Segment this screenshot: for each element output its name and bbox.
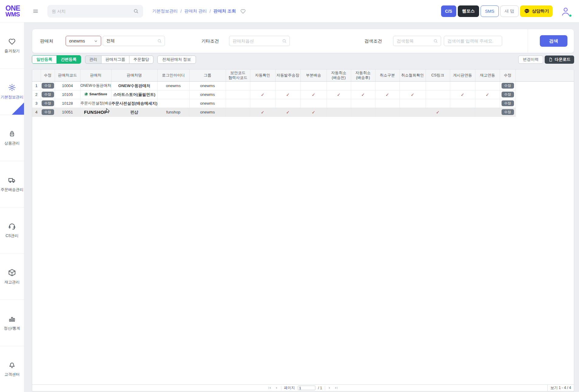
edit-button[interactable]: 수정 bbox=[502, 109, 514, 115]
vendor-table-card: 수정판매처코드판매처판매처명로그인아이디그룹보안코드 협력사코드자동확인자동발주… bbox=[32, 69, 574, 391]
table-row[interactable]: 1수정10004ONEW수동판매처ONEW수동판매처onewmsonewms수정 bbox=[32, 81, 574, 90]
tab-manage[interactable]: 관리 bbox=[85, 56, 101, 64]
vendor-cell: FUNSHOP bbox=[80, 108, 111, 117]
vendor-cell: ONEW수동판매처 bbox=[80, 81, 111, 90]
table-row[interactable]: 3수정10128주문사전설정(배송메세지)주문사전설정(배송메세지)onewms… bbox=[32, 99, 574, 108]
webpos-button[interactable]: 웹포스 bbox=[458, 5, 479, 17]
search-icon[interactable] bbox=[157, 39, 162, 43]
table-row[interactable]: 2수정10105SmartStore스마트스토어(풀필먼트)onewms✓✓✓✓… bbox=[32, 90, 574, 99]
row-number-cell: 2 bbox=[32, 90, 41, 99]
vendor-table: 수정판매처코드판매처판매처명로그인아이디그룹보안코드 협력사코드자동확인자동발주… bbox=[32, 69, 574, 117]
check-cell bbox=[426, 81, 450, 90]
sms-button[interactable]: SMS bbox=[481, 5, 499, 17]
edit-button[interactable]: 수정 bbox=[42, 100, 54, 106]
tab-vendor-group[interactable]: 판매처그룹 bbox=[101, 56, 129, 64]
check-cell: ✓ bbox=[300, 108, 327, 117]
breadcrumb-item[interactable]: 판매처 관리 bbox=[184, 8, 207, 14]
edit-button[interactable]: 수정 bbox=[502, 100, 514, 106]
check-cell bbox=[475, 108, 500, 117]
table-row[interactable]: 4수정10051FUNSHOP펀샵funshoponewms✓✓✓✓수정 bbox=[32, 108, 574, 117]
sidebar-item-inventory[interactable]: 재고관리 bbox=[0, 253, 24, 299]
search-icon[interactable] bbox=[133, 8, 139, 14]
global-search-input[interactable] bbox=[52, 9, 133, 14]
headset-icon bbox=[8, 222, 16, 230]
check-icon: ✓ bbox=[312, 110, 315, 115]
sidebar-item-customer-center[interactable]: 고객센터 bbox=[0, 346, 24, 392]
edit-cell: 수정 bbox=[41, 90, 55, 99]
prev-page-icon[interactable] bbox=[274, 386, 278, 390]
search-field-field bbox=[393, 36, 441, 46]
edit-button[interactable]: 수정 bbox=[42, 92, 54, 98]
sidebar-item-basic-info[interactable]: 기본정보관리 bbox=[0, 68, 24, 114]
heart-icon[interactable] bbox=[240, 8, 246, 14]
smartstore-logo: SmartStore bbox=[84, 92, 107, 96]
cs-button[interactable]: C/S bbox=[441, 5, 456, 17]
check-cell: ✓ bbox=[450, 90, 475, 99]
check-cell bbox=[351, 108, 375, 117]
column-header: 부분배송 bbox=[300, 69, 327, 81]
search-term-input[interactable] bbox=[447, 39, 499, 43]
edit-button[interactable]: 수정 bbox=[502, 92, 514, 98]
hamburger-menu-icon[interactable] bbox=[32, 8, 39, 15]
row-number-cell: 4 bbox=[32, 108, 41, 117]
bell-icon bbox=[8, 361, 16, 369]
check-icon: ✓ bbox=[286, 92, 290, 97]
check-cell bbox=[250, 99, 275, 108]
sidebar-item-label: 주문배송관리 bbox=[1, 187, 23, 192]
sidebar-item-settlement-stats[interactable]: 정산/통계 bbox=[0, 299, 24, 346]
sidebar-item-label: 고객센터 bbox=[5, 372, 20, 377]
tab-simple-register[interactable]: 간편등록 bbox=[57, 56, 81, 63]
new-tab-button[interactable]: 새 탭 bbox=[500, 5, 519, 17]
search-icon[interactable] bbox=[282, 39, 287, 43]
divider bbox=[325, 386, 325, 390]
tab-all-vendor-info[interactable]: 전체판매처 정보 bbox=[157, 56, 196, 64]
column-header: 그룹 bbox=[189, 69, 226, 81]
tab-order-assign[interactable]: 주문할당 bbox=[129, 56, 153, 64]
user-avatar[interactable] bbox=[560, 6, 571, 17]
column-header: 재고연동 bbox=[475, 69, 500, 81]
group-cell: onewms bbox=[189, 99, 226, 108]
check-icon: ✓ bbox=[312, 92, 315, 97]
edit-button[interactable]: 수정 bbox=[42, 83, 54, 89]
first-page-icon[interactable] bbox=[268, 386, 272, 390]
sidebar-item-favorites[interactable]: 즐겨찾기 bbox=[0, 22, 24, 68]
download-button[interactable]: 다운로드 bbox=[545, 56, 574, 64]
search-icon[interactable] bbox=[433, 39, 438, 43]
consult-button[interactable]: TALK 상담하기 bbox=[520, 5, 553, 17]
group-cell: onewms bbox=[189, 90, 226, 99]
kakao-talk-icon: TALK bbox=[524, 8, 530, 14]
check-cell bbox=[375, 99, 399, 108]
edit-cell: 수정 bbox=[500, 81, 516, 90]
sidebar-item-order-delivery[interactable]: 주문배송관리 bbox=[0, 161, 24, 207]
check-icon: ✓ bbox=[337, 92, 341, 97]
check-icon: ✓ bbox=[261, 92, 265, 97]
search-button[interactable]: 검색 bbox=[540, 35, 567, 47]
sidebar-item-product[interactable]: 상품관리 bbox=[0, 115, 24, 161]
check-icon: ✓ bbox=[461, 92, 464, 97]
group-cell: onewms bbox=[189, 108, 226, 117]
last-page-icon[interactable] bbox=[334, 386, 338, 390]
edit-button[interactable]: 수정 bbox=[42, 109, 54, 115]
top-actions: C/S 웹포스 SMS 새 탭 TALK 상담하기 bbox=[441, 5, 572, 17]
breadcrumb: 기본정보관리 / 판매처 관리 / 판매처 조회 bbox=[152, 8, 236, 14]
page-number-input[interactable] bbox=[298, 386, 315, 390]
vendor-option-input[interactable] bbox=[233, 39, 282, 43]
breadcrumb-item[interactable]: 기본정보관리 bbox=[152, 8, 178, 14]
vendor-keyword-input[interactable] bbox=[106, 39, 157, 43]
column-header: 자동확인 bbox=[250, 69, 275, 81]
next-page-icon[interactable] bbox=[328, 386, 332, 390]
sidebar-item-label: 정산/통계 bbox=[4, 326, 20, 331]
check-cell bbox=[450, 108, 475, 117]
vendor-option-field bbox=[229, 36, 290, 46]
search-field-input[interactable] bbox=[397, 39, 433, 43]
sidebar-item-cs[interactable]: CS관리 bbox=[0, 207, 24, 253]
tab-general-register[interactable]: 일반등록 bbox=[32, 56, 57, 63]
change-history-button[interactable]: 변경이력 bbox=[518, 56, 543, 64]
sidebar-item-label: 재고관리 bbox=[5, 280, 20, 285]
edit-button[interactable]: 수정 bbox=[502, 83, 514, 89]
etc-condition-label: 기타조건 bbox=[201, 38, 219, 44]
global-search[interactable] bbox=[47, 5, 143, 18]
check-icon: ✓ bbox=[436, 110, 440, 115]
vendor-select[interactable]: onewms bbox=[66, 36, 101, 46]
secure-code-cell bbox=[226, 90, 250, 99]
